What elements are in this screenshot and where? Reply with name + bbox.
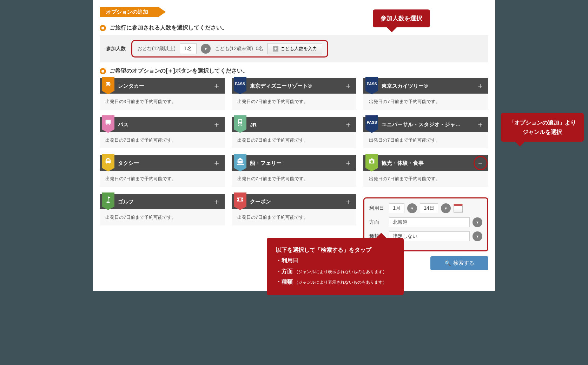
pass-icon: PASS — [365, 115, 378, 129]
toggle-icon: ＋ — [476, 119, 484, 130]
date-label: 利用日 — [369, 205, 386, 211]
option-title: タクシー — [118, 160, 213, 167]
section-tab: オプションの追加 — [100, 7, 159, 17]
train-icon — [234, 115, 246, 129]
option-title: 観光・体験・食事 — [382, 160, 476, 167]
option-title: ユニバーサル・スタジオ・ジャ… — [382, 121, 476, 128]
callout-pointer-icon — [387, 27, 397, 32]
area-select[interactable]: 北海道 — [389, 217, 470, 227]
option-note: 出発日の7日前まで予約可能です。 — [232, 209, 357, 225]
month-select[interactable]: 1月 — [389, 203, 404, 213]
bullet-icon — [100, 25, 106, 31]
callout-pointer-icon — [376, 233, 386, 238]
area-dropdown-icon[interactable] — [473, 217, 482, 227]
adult-dropdown-icon[interactable] — [201, 44, 211, 54]
toggle-icon: ＋ — [213, 81, 220, 91]
callout2-line2: ジャンルを選択 — [509, 127, 576, 137]
day-select[interactable]: 14日 — [420, 203, 438, 213]
option-usj-header[interactable]: PASS ユニバーサル・スタジオ・ジャ… ＋ — [363, 117, 488, 132]
callout-search: 以下を選択して「検索する」をタップ ・利用日 ・方面 （ジャンルにより表示されな… — [267, 238, 404, 295]
option-title: クーポン — [250, 198, 345, 205]
toggle-icon: ＋ — [213, 119, 220, 130]
callout3-title: 以下を選択して「検索する」をタップ — [276, 245, 395, 255]
toggle-icon: ＋ — [476, 81, 484, 91]
option-bus-header[interactable]: バス ＋ — [100, 117, 225, 132]
option-ferry: 船・フェリー ＋ 出発日の7日前まで予約可能です。 — [232, 155, 357, 187]
toggle-icon: ＋ — [344, 158, 352, 168]
pass-icon: PASS — [234, 77, 246, 91]
option-note: 出発日の3日前まで予約可能です。 — [100, 94, 225, 110]
toggle-icon: ＋ — [344, 119, 352, 130]
option-title: JR — [250, 122, 345, 128]
search-button-label: 検索する — [453, 260, 474, 266]
participants-label: 参加人数 — [106, 46, 126, 52]
callout3-b3: ・種類 （ジャンルにより表示されないものもあります） — [276, 277, 395, 287]
option-title: レンタカー — [118, 83, 213, 89]
child-input-button[interactable]: + こども人数を入力 — [267, 43, 322, 54]
option-sightseeing-header[interactable]: 観光・体験・食事 － — [363, 155, 488, 171]
child-count: 0名 — [256, 46, 263, 51]
option-jr: JR ＋ 出発日の7日前まで予約可能です。 — [232, 117, 357, 148]
child-label: こども(12歳未満) 0名 — [215, 46, 263, 52]
heading1-text: ご旅行に参加される人数を選択してください。 — [110, 24, 227, 32]
car-icon — [102, 77, 114, 91]
bus-icon — [102, 115, 114, 129]
ship-icon — [234, 154, 246, 168]
search-area-row: 方面 北海道 — [369, 217, 482, 227]
callout-genre: 「オプションの追加」より ジャンルを選択 — [501, 113, 584, 142]
option-note: 出発日の7日前まで予約可能です。 — [232, 171, 357, 187]
camera-icon — [365, 154, 378, 168]
option-rental-car-header[interactable]: レンタカー ＋ — [100, 78, 225, 94]
option-golf: ゴルフ ＋ 出発日の7日前まで予約可能です。 — [100, 194, 225, 225]
option-note: 出発日の7日前まで予約可能です。 — [232, 132, 357, 148]
bullet-icon — [100, 68, 106, 74]
option-note: 出発日の7日前まで予約可能です。 — [100, 209, 225, 225]
option-taxi-header[interactable]: タクシー ＋ — [100, 155, 225, 171]
option-note: 出発日の7日前まで予約可能です。 — [100, 132, 225, 148]
toggle-icon: － — [476, 158, 484, 168]
option-title: ゴルフ — [118, 198, 213, 205]
heading2-text: ご希望のオプションの[＋]ボタンを選択してください。 — [110, 67, 248, 75]
option-note: 出発日の7日前まで予約可能です。 — [363, 132, 488, 148]
coupon-icon — [234, 192, 246, 207]
option-usj: PASS ユニバーサル・スタジオ・ジャ… ＋ 出発日の7日前まで予約可能です。 — [363, 117, 488, 148]
search-button[interactable]: 🔍 検索する — [430, 256, 488, 270]
callout2-line1: 「オプションの追加」より — [509, 118, 576, 127]
taxi-icon — [102, 154, 114, 168]
option-coupon: クーポン ＋ 出発日の7日前まで予約可能です。 — [232, 194, 357, 225]
option-ferry-header[interactable]: 船・フェリー ＋ — [232, 155, 357, 171]
option-title: バス — [118, 121, 213, 128]
type-dropdown-icon[interactable] — [473, 231, 482, 241]
participants-row: 参加人数 おとな(12歳以上) 1名 こども(12歳未満) 0名 + こども人数… — [100, 35, 488, 62]
calendar-icon[interactable] — [454, 204, 463, 213]
toggle-icon: ＋ — [344, 81, 352, 91]
plus-icon: + — [273, 46, 278, 52]
day-dropdown-icon[interactable] — [441, 203, 451, 213]
option-disney-header[interactable]: PASS 東京ディズニーリゾート® ＋ — [232, 78, 357, 94]
month-dropdown-icon[interactable] — [407, 203, 417, 213]
callout-participants: 参加人数を選択 — [373, 9, 430, 27]
search-date-row: 利用日 1月 14日 — [369, 203, 482, 213]
participants-outline: おとな(12歳以上) 1名 こども(12歳未満) 0名 + こども人数を入力 — [131, 40, 328, 58]
adult-count-select[interactable]: 1名 — [180, 43, 197, 54]
option-rental-car: レンタカー ＋ 出発日の3日前まで予約可能です。 — [100, 78, 225, 110]
toggle-icon: ＋ — [213, 158, 220, 168]
option-taxi: タクシー ＋ 出発日の7日前まで予約可能です。 — [100, 155, 225, 187]
option-sightseeing: 観光・体験・食事 － 出発日の7日前まで予約可能です。 — [363, 155, 488, 187]
option-jr-header[interactable]: JR ＋ — [232, 117, 357, 132]
search-icon: 🔍 — [444, 260, 451, 266]
pass-icon: PASS — [365, 77, 378, 91]
adult-label: おとな(12歳以上) — [137, 46, 176, 52]
golf-icon — [102, 192, 114, 207]
option-note: 出発日の7日前まで予約可能です。 — [232, 94, 357, 110]
option-bus: バス ＋ 出発日の7日前まで予約可能です。 — [100, 117, 225, 148]
option-skytree-header[interactable]: PASS 東京スカイツリー® ＋ — [363, 78, 488, 94]
callout3-b2: ・方面 （ジャンルにより表示されないものもあります） — [276, 266, 395, 277]
option-note: 出発日の7日前まで予約可能です。 — [100, 171, 225, 187]
options-heading: ご希望のオプションの[＋]ボタンを選択してください。 — [100, 67, 488, 75]
option-coupon-header[interactable]: クーポン ＋ — [232, 194, 357, 209]
child-label-prefix: こども(12歳未満) — [215, 46, 253, 51]
option-golf-header[interactable]: ゴルフ ＋ — [100, 194, 225, 209]
toggle-icon: ＋ — [344, 196, 352, 207]
toggle-icon: ＋ — [213, 196, 220, 207]
